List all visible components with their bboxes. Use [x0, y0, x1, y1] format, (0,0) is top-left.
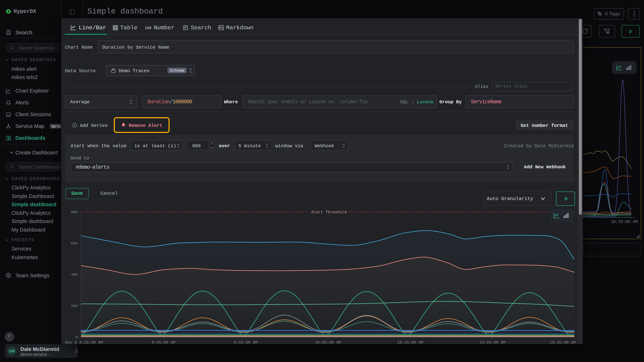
- svg-text:10:25:00 AM: 10:25:00 AM: [480, 340, 505, 345]
- svg-text:10:15:00 AM: 10:15:00 AM: [397, 340, 423, 345]
- svg-text:9:55:00 AM: 9:55:00 AM: [234, 340, 258, 345]
- svg-text:800: 800: [71, 210, 78, 214]
- svg-text:10:35:00 AM: 10:35:00 AM: [550, 340, 576, 345]
- svg-text:9:45:00 AM: 9:45:00 AM: [152, 340, 175, 345]
- svg-text:Nov 6 9:35:00 AM: Nov 6 9:35:00 AM: [65, 340, 103, 345]
- svg-text:400: 400: [71, 273, 78, 277]
- svg-text:Alert Threshold: Alert Threshold: [311, 210, 347, 215]
- svg-text:0: 0: [75, 335, 78, 339]
- svg-text:200: 200: [71, 304, 78, 308]
- svg-text:10:05:00 AM: 10:05:00 AM: [315, 340, 341, 345]
- svg-text:600: 600: [71, 241, 78, 245]
